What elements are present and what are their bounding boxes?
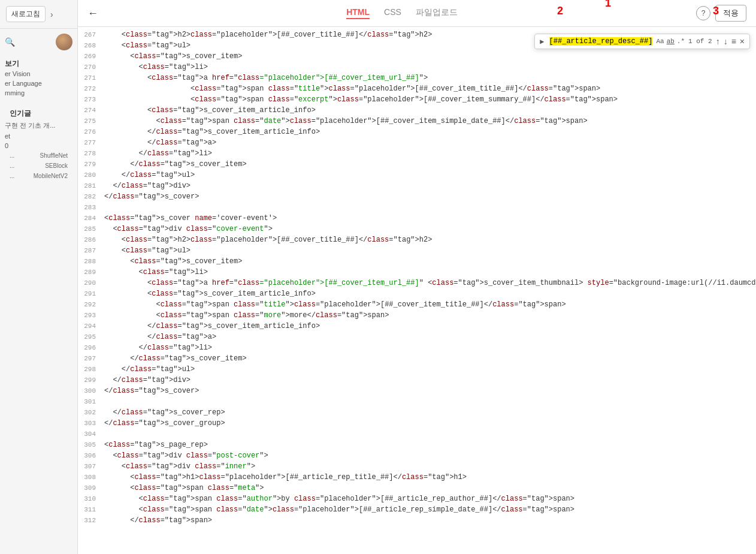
line-content[interactable]: </class="tag">s_cover_item> — [102, 159, 756, 170]
line-content[interactable]: <class="tag">span class="meta"> — [102, 483, 756, 493]
line-number: 268 — [78, 40, 102, 51]
line-content[interactable]: </class="tag">s_cover_item_article_info> — [102, 321, 756, 332]
line-content[interactable]: <class="tag">ul> — [102, 245, 756, 256]
line-content[interactable]: <class="tag">s_page_rep> — [102, 439, 756, 450]
search-bar: ▶ [##_article_rep_desc_##] Aa ab .* 1 of… — [534, 34, 750, 49]
line-content[interactable]: </class="tag">a> — [102, 332, 756, 342]
apply-button[interactable]: 적용 — [715, 5, 746, 22]
back-button[interactable]: ← — [87, 7, 98, 20]
line-content[interactable]: <class="tag">s_cover_item_article_info> — [102, 105, 756, 116]
line-number: 282 — [78, 191, 102, 202]
avatar[interactable] — [56, 34, 72, 50]
line-content[interactable]: </class="tag">s_cover_item_article_info> — [102, 127, 756, 137]
line-number: 271 — [78, 73, 102, 83]
line-number: 267 — [78, 29, 102, 40]
line-content[interactable]: </class="tag">s_cover_item> — [102, 353, 756, 364]
code-line-312: 312 </class="tag">span> — [78, 515, 756, 526]
line-content[interactable]: </class="tag">s_cover_rep> — [102, 407, 756, 418]
sidebar-item-er-language[interactable]: er Language — [5, 79, 72, 88]
line-content[interactable] — [102, 202, 756, 213]
sidebar-section-view-label: 보기 — [5, 59, 72, 69]
sidebar-item-er-vision[interactable]: er Vision — [5, 69, 72, 79]
line-content[interactable]: </class="tag">ul> — [102, 170, 756, 180]
line-content[interactable]: <class="tag">span class="title">class="p… — [102, 83, 756, 94]
tab-html[interactable]: HTML — [346, 7, 370, 19]
code-line-301: 301 — [78, 396, 756, 407]
line-content[interactable]: <class="tag">li> — [102, 62, 756, 73]
line-content[interactable] — [102, 396, 756, 407]
line-content[interactable]: <class="tag">h1>class="placeholder">[##_… — [102, 472, 756, 483]
code-line-294: 294 </class="tag">s_cover_item_article_i… — [78, 321, 756, 332]
line-content[interactable]: </class="tag">div> — [102, 375, 756, 386]
line-content[interactable]: </class="tag">span> — [102, 515, 756, 526]
line-number: 307 — [78, 461, 102, 472]
line-content[interactable]: <class="tag">s_cover_item> — [102, 256, 756, 267]
line-content[interactable]: </class="tag">div> — [102, 180, 756, 191]
line-content[interactable]: </class="tag">a> — [102, 137, 756, 148]
refresh-button[interactable]: 새로고침 — [6, 6, 46, 22]
code-editor[interactable]: 267 <class="tag">h2>class="placeholder">… — [78, 27, 756, 554]
search-icon[interactable]: 🔍 — [5, 37, 15, 47]
line-content[interactable]: <class="tag">div class="post-cover"> — [102, 450, 756, 461]
sidebar-sub-item-1b: ShuffleNet — [35, 152, 72, 159]
line-content[interactable]: <class="tag">li> — [102, 267, 756, 278]
line-content[interactable]: <class="tag">span class="title">class="p… — [102, 299, 756, 310]
line-number: 300 — [78, 386, 102, 396]
line-number: 293 — [78, 310, 102, 321]
search-option-regex[interactable]: .* — [677, 38, 685, 45]
line-content[interactable]: <class="tag">div class="inner"> — [102, 461, 756, 472]
search-next-button[interactable]: ↓ — [724, 37, 728, 46]
search-option-aa[interactable]: Aa — [656, 38, 664, 45]
line-number: 289 — [78, 267, 102, 278]
line-content[interactable]: </class="tag">s_cover> — [102, 191, 756, 202]
line-content[interactable]: <class="tag">span class="author">by clas… — [102, 493, 756, 504]
line-content[interactable]: </class="tag">li> — [102, 148, 756, 159]
search-prev-button[interactable]: ↑ — [716, 37, 720, 46]
line-number: 295 — [78, 332, 102, 342]
code-line-299: 299 </class="tag">div> — [78, 375, 756, 386]
line-content[interactable]: </class="tag">li> — [102, 342, 756, 353]
line-content[interactable]: <class="tag">s_cover_item_article_info> — [102, 288, 756, 299]
line-content[interactable]: <class="tag">span class="date">class="pl… — [102, 116, 756, 127]
sidebar-item-mming[interactable]: mming — [5, 88, 72, 98]
search-close-button[interactable]: × — [740, 37, 745, 46]
line-content[interactable]: <class="tag">s_cover name='cover-event'> — [102, 213, 756, 224]
code-line-292: 292 <class="tag">span class="title">clas… — [78, 299, 756, 310]
line-content[interactable]: <class="tag">s_cover_item> — [102, 51, 756, 62]
line-content[interactable]: </class="tag">s_cover_group> — [102, 418, 756, 429]
line-number: 278 — [78, 148, 102, 159]
line-content[interactable] — [102, 429, 756, 439]
sidebar-popular-item-1[interactable]: 구현 전 기초 개... — [5, 120, 72, 131]
line-number: 292 — [78, 299, 102, 310]
help-button[interactable]: ? — [696, 6, 710, 20]
line-content[interactable]: <class="tag">span class="excerpt">class=… — [102, 94, 756, 105]
search-menu-button[interactable]: ≡ — [731, 37, 736, 46]
sidebar-popular-item-2[interactable]: et — [5, 131, 72, 141]
code-line-269: 269 <class="tag">s_cover_item> — [78, 51, 756, 62]
search-option-ab[interactable]: ab — [667, 38, 675, 45]
line-content[interactable]: <class="tag">a href="class="placeholder"… — [102, 73, 756, 83]
code-line-296: 296 </class="tag">li> — [78, 342, 756, 353]
line-number: 312 — [78, 515, 102, 526]
toolbar: ← HTML CSS 파일업로드 ? 적용 2 1 3 — [78, 0, 756, 27]
line-number: 285 — [78, 224, 102, 234]
line-content[interactable]: <class="tag">span class="date">class="pl… — [102, 504, 756, 515]
line-content[interactable]: <class="tag">a href="class="placeholder"… — [102, 278, 756, 288]
code-line-287: 287 <class="tag">ul> — [78, 245, 756, 256]
sidebar-toggle-button[interactable]: › — [50, 10, 53, 19]
search-expand-icon[interactable]: ▶ — [540, 37, 544, 46]
line-content[interactable]: </class="tag">s_cover> — [102, 386, 756, 396]
line-number: 286 — [78, 234, 102, 245]
line-number: 305 — [78, 439, 102, 450]
tab-fileupload[interactable]: 파일업로드 — [416, 7, 458, 19]
line-content[interactable]: </class="tag">ul> — [102, 364, 756, 375]
line-content[interactable]: <class="tag">div class="cover-event"> — [102, 224, 756, 234]
code-line-284: 284<class="tag">s_cover name='cover-even… — [78, 213, 756, 224]
line-number: 288 — [78, 256, 102, 267]
tab-css[interactable]: CSS — [384, 7, 401, 19]
line-content[interactable]: <class="tag">span class="more">more</cla… — [102, 310, 756, 321]
line-content[interactable]: <class="tag">h2>class="placeholder">[##_… — [102, 234, 756, 245]
sidebar-popular-item-3[interactable]: 0 — [5, 141, 72, 150]
code-line-304: 304 — [78, 429, 756, 439]
line-number: 296 — [78, 342, 102, 353]
